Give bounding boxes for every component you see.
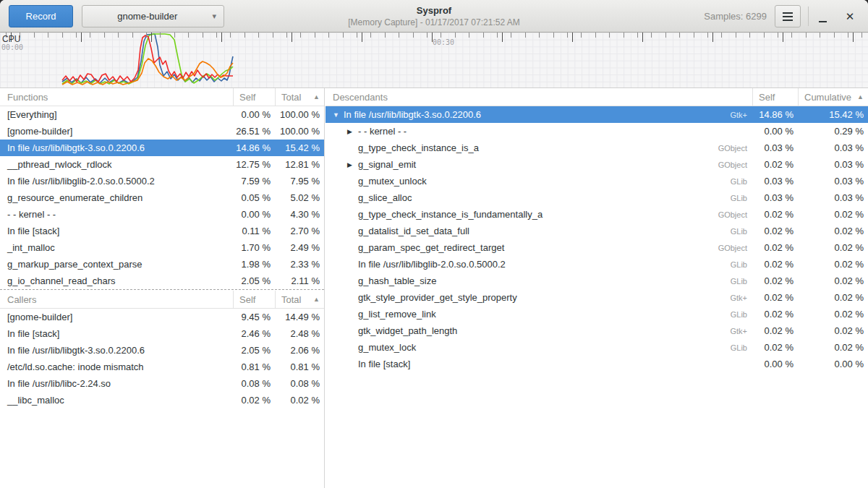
table-row[interactable]: g_list_remove_linkGLib0.02 %0.02 % xyxy=(326,306,868,322)
self-percent: 0.00 % xyxy=(233,109,275,120)
descendant-name-cell: ▶- - kernel - - xyxy=(326,126,752,137)
descendant-name-cell: g_type_check_instance_is_fundamentally_a… xyxy=(326,209,752,220)
cumulative-percent: 0.02 % xyxy=(798,292,868,303)
menu-icon xyxy=(783,12,793,14)
table-row[interactable]: g_resource_enumerate_children0.05 %5.02 … xyxy=(0,189,324,206)
cumulative-percent: 15.42 % xyxy=(798,109,868,120)
descendant-name-cell: g_datalist_id_set_data_fullGLib xyxy=(326,226,752,236)
cumulative-percent: 0.02 % xyxy=(798,275,868,286)
table-row[interactable]: g_markup_parse_context_parse1.98 %2.33 % xyxy=(0,256,324,273)
table-row[interactable]: [gnome-builder]26.51 %100.00 % xyxy=(0,123,324,140)
total-percent: 12.81 % xyxy=(275,159,324,170)
descendant-name-cell: In file /usr/lib/libglib-2.0.so.0.5000.2… xyxy=(326,259,752,270)
expander-closed-icon[interactable]: ▶ xyxy=(347,128,358,135)
column-header-functions[interactable]: Functions xyxy=(0,88,233,106)
self-percent: 0.03 % xyxy=(752,176,798,187)
descendants-table-header: Descendants Self Cumulative ▲ xyxy=(326,88,868,106)
table-row[interactable]: /etc/ld.so.cache: inode mismatch0.81 %0.… xyxy=(0,359,324,375)
descendant-name: g_signal_emit xyxy=(358,159,416,170)
functions-table-body: [Everything]0.00 %100.00 %[gnome-builder… xyxy=(0,106,324,289)
table-row[interactable]: In file /usr/lib/libglib-2.0.so.0.5000.2… xyxy=(326,256,868,273)
table-row[interactable]: In file /usr/lib/libc-2.24.so0.08 %0.08 … xyxy=(0,375,324,392)
table-row[interactable]: In file [stack]2.46 %2.48 % xyxy=(0,325,324,342)
table-row[interactable]: gtk_widget_path_lengthGtk+0.02 %0.02 % xyxy=(326,322,868,339)
self-percent: 14.86 % xyxy=(752,109,798,120)
total-percent: 2.33 % xyxy=(275,259,324,270)
function-name: [gnome-builder] xyxy=(0,126,233,137)
table-row[interactable]: In file [stack]0.11 %2.70 % xyxy=(0,223,324,239)
cpu-graph[interactable]: CPU 00:00 00:30 xyxy=(0,33,868,88)
expander-closed-icon[interactable]: ▶ xyxy=(347,161,358,168)
self-percent: 0.02 % xyxy=(752,242,798,253)
descendant-name-cell: gtk_style_provider_get_style_propertyGtk… xyxy=(326,292,752,303)
table-row[interactable]: _int_malloc1.70 %2.49 % xyxy=(0,239,324,256)
descendant-name: g_type_check_instance_is_fundamentally_a xyxy=(358,209,542,220)
table-row[interactable]: g_mutex_unlockGLib0.03 %0.03 % xyxy=(326,173,868,189)
descendant-name-cell: In file [stack] xyxy=(326,359,752,369)
menu-button[interactable] xyxy=(775,5,801,27)
table-row[interactable]: [gnome-builder]9.45 %14.49 % xyxy=(0,309,324,325)
column-header-callers[interactable]: Callers xyxy=(0,291,233,309)
column-header-self[interactable]: Self xyxy=(752,88,798,106)
table-row[interactable]: ▼In file /usr/lib/libgtk-3.so.0.2200.6Gt… xyxy=(326,106,868,123)
table-row[interactable]: g_datalist_id_set_data_fullGLib0.02 %0.0… xyxy=(326,223,868,239)
total-percent: 7.95 % xyxy=(275,176,324,187)
total-percent: 5.02 % xyxy=(275,192,324,203)
table-row[interactable]: ▶- - kernel - -0.00 %0.29 % xyxy=(326,123,868,140)
column-header-self[interactable]: Self xyxy=(233,88,275,106)
total-percent: 4.30 % xyxy=(275,209,324,220)
table-row[interactable]: [Everything]0.00 %100.00 % xyxy=(0,106,324,123)
table-row[interactable]: g_param_spec_get_redirect_targetGObject0… xyxy=(326,239,868,256)
column-header-total[interactable]: Total ▲ xyxy=(275,88,324,106)
self-percent: 0.02 % xyxy=(752,226,798,236)
cumulative-percent: 0.00 % xyxy=(798,359,868,369)
minimize-button[interactable] xyxy=(810,5,835,27)
table-row[interactable]: In file /usr/lib/libgtk-3.so.0.2200.62.0… xyxy=(0,342,324,359)
total-percent: 0.02 % xyxy=(275,395,324,406)
record-button[interactable]: Record xyxy=(9,5,73,27)
table-row[interactable]: __pthread_rwlock_rdlock12.75 %12.81 % xyxy=(0,156,324,173)
descendant-name-cell: g_param_spec_get_redirect_targetGObject xyxy=(326,242,752,253)
descendant-name: g_list_remove_link xyxy=(358,309,436,320)
right-pane: Descendants Self Cumulative ▲ ▼In file /… xyxy=(326,88,868,488)
pane-divider[interactable] xyxy=(324,88,325,488)
column-header-descendants[interactable]: Descendants xyxy=(326,88,752,106)
total-percent: 0.81 % xyxy=(275,361,324,372)
self-percent: 2.46 % xyxy=(233,328,275,339)
profile-content: Functions Self Total ▲ [Everything]0.00 … xyxy=(0,88,868,488)
close-button[interactable]: ✕ xyxy=(838,5,862,27)
function-name: In file /usr/lib/libglib-2.0.so.0.5000.2 xyxy=(0,176,233,187)
column-header-self[interactable]: Self xyxy=(233,291,275,309)
table-row[interactable]: g_hash_table_sizeGLib0.02 %0.02 % xyxy=(326,273,868,289)
cumulative-percent: 0.02 % xyxy=(798,209,868,220)
column-header-cumulative[interactable]: Cumulative ▲ xyxy=(798,88,868,106)
table-row[interactable]: In file /usr/lib/libgtk-3.so.0.2200.614.… xyxy=(0,140,324,156)
expander-open-icon[interactable]: ▼ xyxy=(333,111,344,119)
table-row[interactable]: g_type_check_instance_is_fundamentally_a… xyxy=(326,206,868,223)
total-percent: 14.49 % xyxy=(275,312,324,322)
table-row[interactable]: In file [stack]0.00 %0.00 % xyxy=(326,356,868,372)
table-row[interactable]: In file /usr/lib/libglib-2.0.so.0.5000.2… xyxy=(0,173,324,189)
table-row[interactable]: __libc_malloc0.02 %0.02 % xyxy=(0,392,324,408)
self-percent: 14.86 % xyxy=(233,142,275,153)
table-row[interactable]: g_slice_allocGLib0.03 %0.03 % xyxy=(326,189,868,206)
table-row[interactable]: g_io_channel_read_chars2.05 %2.11 % xyxy=(0,273,324,289)
self-percent: 0.02 % xyxy=(752,292,798,303)
table-row[interactable]: ▶g_signal_emitGObject0.02 %0.03 % xyxy=(326,156,868,173)
table-row[interactable]: gtk_style_provider_get_style_propertyGtk… xyxy=(326,289,868,306)
cumulative-percent: 0.02 % xyxy=(798,309,868,320)
descendant-name-cell: g_mutex_unlockGLib xyxy=(326,176,752,187)
descendant-name-cell: g_type_check_instance_is_aGObject xyxy=(326,142,752,153)
table-row[interactable]: g_mutex_lockGLib0.02 %0.02 % xyxy=(326,339,868,356)
column-header-total[interactable]: Total ▲ xyxy=(275,291,324,309)
headerbar-separator xyxy=(808,7,809,26)
descendants-table: Descendants Self Cumulative ▲ ▼In file /… xyxy=(326,88,868,372)
function-name: g_resource_enumerate_children xyxy=(0,192,233,203)
table-row[interactable]: g_type_check_instance_is_aGObject0.03 %0… xyxy=(326,140,868,156)
library-tag: GObject xyxy=(718,244,752,252)
descendant-name-cell: g_mutex_lockGLib xyxy=(326,342,752,353)
cumulative-percent: 0.02 % xyxy=(798,259,868,270)
minimize-icon xyxy=(819,21,827,22)
table-row[interactable]: - - kernel - -0.00 %4.30 % xyxy=(0,206,324,223)
target-process-dropdown[interactable]: gnome-builder ▾ xyxy=(82,5,224,27)
